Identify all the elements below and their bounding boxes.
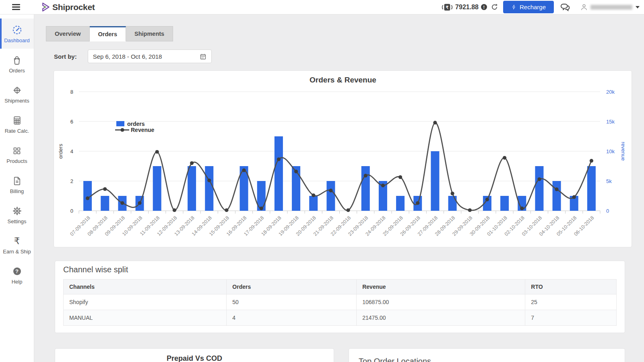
speedometer-icon bbox=[12, 24, 23, 36]
revenue-point bbox=[312, 193, 315, 197]
revenue-point bbox=[155, 150, 159, 154]
main-content: OverviewOrdersShipments Sort by: Sep 6, … bbox=[35, 14, 644, 362]
order-bar bbox=[361, 166, 370, 211]
legend-orders-swatch bbox=[116, 121, 124, 126]
order-bar bbox=[396, 196, 405, 211]
shopping-bag-icon bbox=[12, 54, 22, 66]
revenue-point bbox=[207, 179, 211, 182]
sidebar-item-label: Shipments bbox=[4, 98, 29, 104]
right-axis-label: revenue bbox=[620, 142, 626, 161]
left-axis-tick: 8 bbox=[70, 89, 73, 95]
brand-logo[interactable]: Shiprocket bbox=[40, 2, 95, 12]
svg-text:₹: ₹ bbox=[446, 5, 449, 10]
legend-orders-label: orders bbox=[127, 121, 145, 127]
revenue-point bbox=[103, 187, 107, 191]
revenue-point bbox=[468, 208, 472, 212]
sidebar-item-dashboard[interactable]: Dashboard bbox=[0, 19, 34, 49]
tab-overview[interactable]: Overview bbox=[46, 26, 90, 41]
revenue-point bbox=[260, 206, 263, 210]
calendar-icon[interactable] bbox=[200, 53, 206, 60]
order-bar bbox=[535, 166, 543, 211]
user-name-redacted bbox=[590, 5, 632, 10]
revenue-point bbox=[120, 201, 124, 205]
gear-icon bbox=[12, 205, 22, 217]
info-icon[interactable]: ! bbox=[481, 4, 487, 10]
order-bar bbox=[431, 151, 439, 211]
prepaid-vs-cod-title: Prepaid Vs COD bbox=[55, 354, 334, 362]
sidebar-item-label: Products bbox=[6, 158, 27, 164]
document-icon bbox=[12, 175, 22, 187]
revenue-point bbox=[173, 208, 176, 212]
user-menu[interactable] bbox=[580, 3, 640, 11]
chat-icon[interactable] bbox=[560, 3, 570, 12]
order-bar bbox=[188, 166, 196, 211]
sidebar-item-label: Help bbox=[12, 279, 23, 285]
tab-orders[interactable]: Orders bbox=[90, 26, 126, 41]
question-icon: ? bbox=[13, 265, 21, 278]
right-axis-tick: 20k bbox=[606, 89, 615, 95]
sidebar-item-rate-calc[interactable]: Rate Calc. bbox=[0, 109, 34, 139]
sidebar-item-earn-ship[interactable]: ₹ Earn & Ship bbox=[0, 230, 34, 260]
refresh-icon[interactable] bbox=[491, 3, 498, 11]
order-bar bbox=[153, 166, 161, 211]
shiprocket-logo-icon bbox=[40, 2, 51, 12]
sidebar-item-label: Earn & Ship bbox=[3, 249, 31, 255]
legend-revenue-marker bbox=[120, 128, 124, 132]
chart-title: Orders & Revenue bbox=[310, 76, 376, 84]
recharge-button[interactable]: Recharge bbox=[503, 1, 554, 13]
date-range-value: Sep 6, 2018 - Oct 6, 2018 bbox=[93, 53, 162, 60]
revenue-point bbox=[503, 156, 506, 160]
navbar: Shiprocket ₹ 7921.88 ! Recharge bbox=[0, 0, 644, 14]
sidebar-item-billing[interactable]: Billing bbox=[0, 169, 34, 200]
calculator-icon bbox=[12, 115, 22, 127]
revenue-point bbox=[416, 201, 419, 205]
sidebar-item-settings[interactable]: Settings bbox=[0, 200, 34, 230]
sort-by-label: Sort by: bbox=[54, 53, 77, 60]
orders-revenue-chart: Orders & Revenue0025k410k615k820kordersr… bbox=[54, 71, 632, 248]
crosshair-icon bbox=[12, 84, 22, 97]
user-icon bbox=[580, 3, 588, 11]
wallet-icon: ₹ bbox=[442, 3, 453, 12]
revenue-point bbox=[450, 191, 454, 195]
order-bar bbox=[587, 166, 596, 211]
left-axis-tick: 4 bbox=[70, 148, 73, 154]
grid-icon bbox=[12, 145, 22, 157]
top-order-locations-card: Top Order Locations bbox=[349, 348, 625, 362]
revenue-line bbox=[88, 123, 592, 210]
sidebar-item-label: Orders bbox=[9, 68, 25, 74]
sidebar-item-help[interactable]: ? Help bbox=[0, 260, 34, 290]
right-axis-tick: 15k bbox=[606, 119, 615, 125]
left-axis-tick: 0 bbox=[70, 208, 73, 214]
channel-row-manual: MANUAL421475.007 bbox=[64, 310, 617, 326]
wallet-balance: 7921.88 bbox=[455, 4, 479, 11]
channel-split-table: ChannelsOrdersRevenueRTO Shopify50106875… bbox=[63, 279, 617, 326]
order-bar bbox=[101, 196, 109, 211]
revenue-point bbox=[138, 201, 141, 205]
sidebar: Dashboard Orders Shipments Rate Calc. Pr… bbox=[0, 14, 34, 362]
channel-col-header: Orders bbox=[227, 280, 357, 294]
order-bar bbox=[553, 181, 561, 211]
order-bar bbox=[448, 196, 457, 211]
left-axis-label: orders bbox=[58, 144, 64, 158]
revenue-point bbox=[572, 195, 576, 199]
right-axis-tick: 0 bbox=[606, 208, 609, 214]
rupee-icon: ₹ bbox=[14, 235, 20, 247]
revenue-point bbox=[381, 184, 385, 187]
sidebar-item-products[interactable]: Products bbox=[0, 139, 34, 169]
menu-icon[interactable] bbox=[12, 3, 20, 12]
tab-bar: OverviewOrdersShipments bbox=[46, 26, 644, 41]
revenue-point bbox=[346, 208, 350, 212]
sidebar-item-orders[interactable]: Orders bbox=[0, 49, 34, 79]
caret-down-icon bbox=[636, 6, 640, 8]
prepaid-vs-cod-card: Prepaid Vs COD bbox=[55, 348, 334, 362]
revenue-point bbox=[555, 187, 558, 191]
channel-row-shopify: Shopify50106875.0025 bbox=[64, 294, 617, 310]
date-range-input[interactable]: Sep 6, 2018 - Oct 6, 2018 bbox=[88, 49, 212, 63]
revenue-point bbox=[242, 169, 246, 172]
revenue-point bbox=[294, 170, 298, 173]
revenue-point bbox=[329, 189, 332, 192]
tab-shipments[interactable]: Shipments bbox=[126, 26, 173, 41]
brand-name: Shiprocket bbox=[52, 2, 95, 12]
top-order-locations-title: Top Order Locations bbox=[359, 357, 625, 362]
sidebar-item-shipments[interactable]: Shipments bbox=[0, 79, 34, 109]
